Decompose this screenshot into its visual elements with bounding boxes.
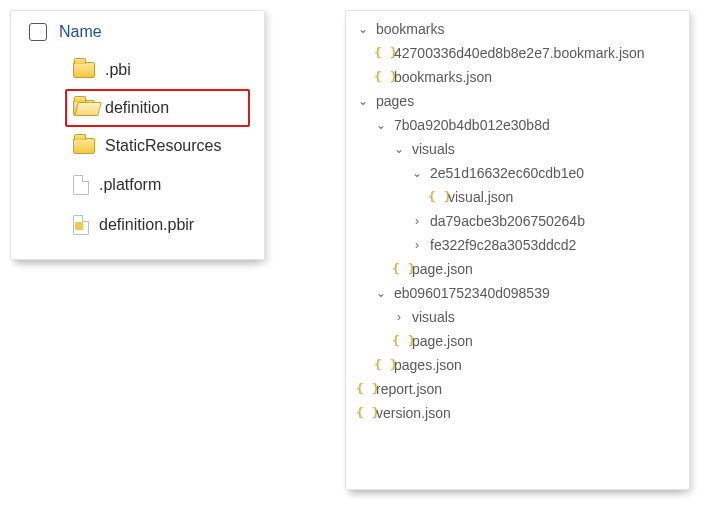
chevron-down-icon[interactable]: ⌄ xyxy=(410,163,424,183)
select-all-checkbox[interactable] xyxy=(29,23,47,41)
column-header-name[interactable]: Name xyxy=(59,23,102,41)
tree-label: pages xyxy=(376,91,414,111)
file-row[interactable]: .pbi xyxy=(65,51,250,89)
chevron-down-icon[interactable]: ⌄ xyxy=(374,115,388,135)
tree-label: da79acbe3b206750264b xyxy=(430,211,585,231)
tree-file[interactable]: { }report.json xyxy=(350,377,679,401)
chevron-down-icon[interactable]: ⌄ xyxy=(374,283,388,303)
folder-icon xyxy=(73,62,95,78)
tree-label: fe322f9c28a3053ddcd2 xyxy=(430,235,576,255)
file-icon xyxy=(73,175,89,195)
file-list-panel: Name .pbidefinitionStaticResources.platf… xyxy=(10,10,265,260)
tree-file[interactable]: { }version.json xyxy=(350,401,679,425)
tree-label: eb09601752340d098539 xyxy=(394,283,550,303)
definition-tree-panel: ⌄bookmarks{ }42700336d40ed8b8e2e7.bookma… xyxy=(345,10,690,490)
file-list-header: Name xyxy=(25,21,250,51)
json-file-icon: { } xyxy=(374,67,388,87)
tree-label: pages.json xyxy=(394,355,462,375)
tree-file[interactable]: { }visual.json xyxy=(350,185,679,209)
chevron-down-icon[interactable]: ⌄ xyxy=(356,19,370,39)
file-label: definition.pbir xyxy=(99,216,194,234)
tree-label: visual.json xyxy=(448,187,513,207)
tree-folder[interactable]: ›visuals xyxy=(350,305,679,329)
json-file-icon: { } xyxy=(356,403,370,423)
chevron-right-icon[interactable]: › xyxy=(392,307,406,327)
chevron-right-icon[interactable]: › xyxy=(410,235,424,255)
tree-folder[interactable]: ⌄2e51d16632ec60cdb1e0 xyxy=(350,161,679,185)
tree-label: bookmarks xyxy=(376,19,444,39)
file-label: .platform xyxy=(99,176,161,194)
json-file-icon: { } xyxy=(356,379,370,399)
tree-folder[interactable]: ⌄eb09601752340d098539 xyxy=(350,281,679,305)
tree-file[interactable]: { }bookmarks.json xyxy=(350,65,679,89)
json-file-icon: { } xyxy=(374,43,388,63)
tree-file[interactable]: { }page.json xyxy=(350,257,679,281)
pbir-file-icon xyxy=(73,215,89,235)
tree-folder[interactable]: ⌄pages xyxy=(350,89,679,113)
file-label: definition xyxy=(105,99,169,117)
json-file-icon: { } xyxy=(374,355,388,375)
tree-label: page.json xyxy=(412,259,473,279)
tree-file[interactable]: { }42700336d40ed8b8e2e7.bookmark.json xyxy=(350,41,679,65)
json-file-icon: { } xyxy=(428,187,442,207)
folder-icon xyxy=(73,138,95,154)
tree-label: visuals xyxy=(412,139,455,159)
tree-folder[interactable]: ⌄7b0a920b4db012e30b8d xyxy=(350,113,679,137)
file-row[interactable]: StaticResources xyxy=(65,127,250,165)
tree-folder[interactable]: ⌄bookmarks xyxy=(350,17,679,41)
tree-label: visuals xyxy=(412,307,455,327)
tree-folder[interactable]: ⌄visuals xyxy=(350,137,679,161)
chevron-down-icon[interactable]: ⌄ xyxy=(392,139,406,159)
tree-label: 7b0a920b4db012e30b8d xyxy=(394,115,550,135)
chevron-right-icon[interactable]: › xyxy=(410,211,424,231)
file-label: .pbi xyxy=(105,61,131,79)
file-label: StaticResources xyxy=(105,137,222,155)
file-row[interactable]: definition xyxy=(65,89,250,127)
tree-file[interactable]: { }page.json xyxy=(350,329,679,353)
tree-label: report.json xyxy=(376,379,442,399)
tree-label: 42700336d40ed8b8e2e7.bookmark.json xyxy=(394,43,645,63)
tree-file[interactable]: { }pages.json xyxy=(350,353,679,377)
tree-label: version.json xyxy=(376,403,451,423)
json-file-icon: { } xyxy=(392,331,406,351)
tree-folder[interactable]: ›fe322f9c28a3053ddcd2 xyxy=(350,233,679,257)
folder-open-icon xyxy=(73,100,95,116)
file-row[interactable]: .platform xyxy=(65,165,250,205)
json-file-icon: { } xyxy=(392,259,406,279)
tree-folder[interactable]: ›da79acbe3b206750264b xyxy=(350,209,679,233)
tree-label: bookmarks.json xyxy=(394,67,492,87)
tree-label: 2e51d16632ec60cdb1e0 xyxy=(430,163,584,183)
tree-label: page.json xyxy=(412,331,473,351)
file-row[interactable]: definition.pbir xyxy=(65,205,250,245)
chevron-down-icon[interactable]: ⌄ xyxy=(356,91,370,111)
